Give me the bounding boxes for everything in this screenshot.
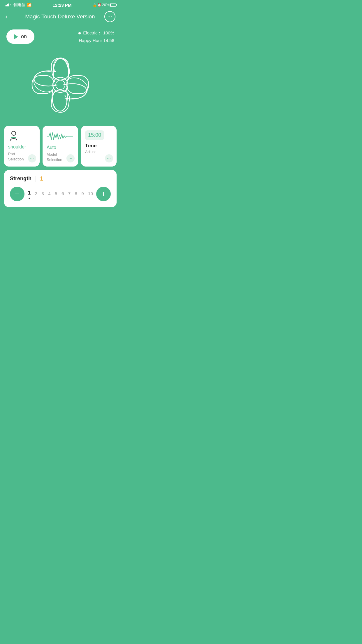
strength-num-6[interactable]: 6 <box>61 191 64 198</box>
strength-header: Strength 1 <box>10 175 111 182</box>
strength-controls: − 1 2 3 4 5 6 7 8 9 10 + <box>10 187 111 201</box>
person-icon <box>8 130 36 143</box>
strength-num-4[interactable]: 4 <box>48 191 50 198</box>
time-sub-label: Adjust <box>85 149 113 155</box>
svg-point-6 <box>12 131 16 135</box>
strength-num-3[interactable]: 3 <box>41 191 44 198</box>
carrier-label: 中国电信 <box>10 2 25 8</box>
strength-numbers: 1 2 3 4 5 6 7 8 9 10 <box>24 190 96 198</box>
part-selection-card: shoulder Part Selection ··· <box>4 126 40 167</box>
electric-dot <box>78 32 81 34</box>
time-title: Time <box>85 143 113 149</box>
fan-icon <box>28 53 92 117</box>
plus-icon: + <box>101 190 106 198</box>
wifi-icon: 📶 <box>27 3 31 7</box>
cards-row: shoulder Part Selection ··· Auto Model S… <box>0 123 121 170</box>
strength-value: 1 <box>40 175 43 182</box>
strength-num-8[interactable]: 8 <box>75 191 77 198</box>
fan-area <box>0 44 121 123</box>
power-label: on <box>21 34 27 40</box>
more-icon: ··· <box>108 14 112 19</box>
strength-num-9[interactable]: 9 <box>81 191 84 198</box>
page-title: Magic Touch Deluxe Version <box>16 13 104 20</box>
minus-icon: − <box>15 190 20 198</box>
strength-num-2[interactable]: 2 <box>35 191 37 198</box>
battery-container: 🔒 ⏰ 26% <box>93 3 116 7</box>
happy-hour-status: Happy Hour 14:58 <box>78 37 114 44</box>
status-info: Electric： 100% Happy Hour 14:58 <box>78 29 114 44</box>
battery-icon <box>110 4 116 7</box>
status-time: 12:23 PM <box>52 3 71 8</box>
strength-increase-button[interactable]: + <box>96 187 111 201</box>
strength-num-1[interactable]: 1 <box>28 190 31 198</box>
electric-label: Electric： <box>83 30 102 35</box>
battery-percent: 26% <box>102 3 109 7</box>
model-main-label: Auto <box>47 145 74 150</box>
alarm-icon: ⏰ <box>97 3 101 7</box>
power-button[interactable]: on <box>6 29 34 44</box>
strength-num-7[interactable]: 7 <box>68 191 71 198</box>
svg-rect-7 <box>11 137 16 138</box>
more-button[interactable]: ··· <box>104 11 115 22</box>
time-adjust-card: 15:00 Time Adjust ··· <box>81 126 117 167</box>
status-bar: 中国电信 📶 12:23 PM 🔒 ⏰ 26% <box>0 0 121 9</box>
signal-icon <box>5 4 9 6</box>
strength-num-5[interactable]: 5 <box>55 191 57 198</box>
happy-hour-label: Happy Hour <box>79 38 102 43</box>
strength-card: Strength 1 − 1 2 3 4 5 6 7 8 9 10 + <box>4 170 117 207</box>
part-main-label: shoulder <box>8 144 36 150</box>
happy-hour-time: 14:58 <box>103 38 114 43</box>
model-selection-card: Auto Model Selection ··· <box>43 126 78 167</box>
strength-decrease-button[interactable]: − <box>10 187 24 201</box>
top-section: on Electric： 100% Happy Hour 14:58 <box>0 26 121 44</box>
status-left: 中国电信 📶 <box>5 2 31 8</box>
lock-icon: 🔒 <box>93 3 97 7</box>
strength-num-10[interactable]: 10 <box>88 191 93 198</box>
strength-label: Strength <box>10 176 31 182</box>
play-icon <box>14 34 18 39</box>
electric-status: Electric： 100% <box>78 29 114 37</box>
time-badge: 15:00 <box>85 130 104 140</box>
back-button[interactable]: ‹ <box>5 13 16 21</box>
wave-icon <box>47 130 74 143</box>
electric-value: 100% <box>103 30 114 35</box>
strength-divider <box>36 176 36 182</box>
header: ‹ Magic Touch Deluxe Version ··· <box>0 9 121 26</box>
time-more-button[interactable]: ··· <box>105 154 113 162</box>
